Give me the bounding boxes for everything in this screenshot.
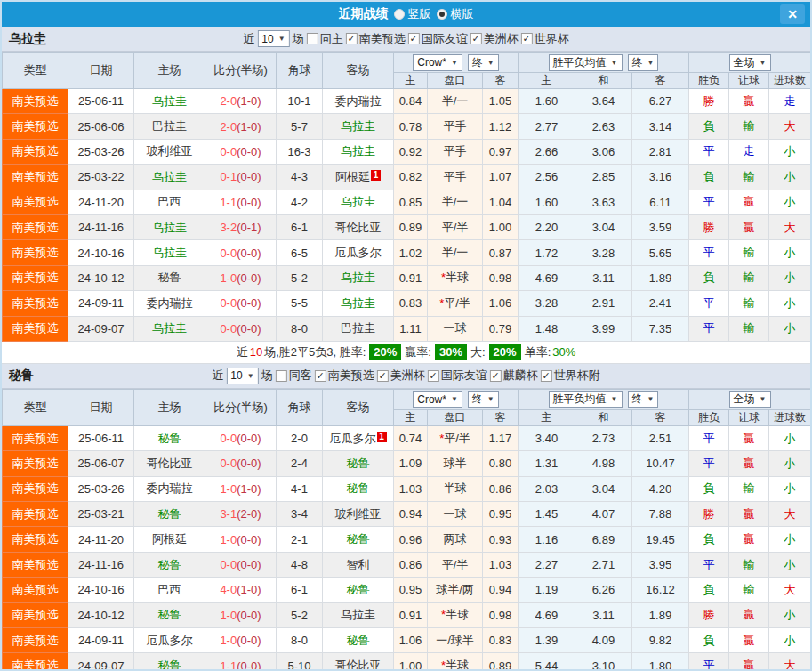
competition-checkbox-box-4[interactable]: ✓ [541,370,552,382]
fulltime-score: 0-0 [220,296,237,310]
away-team-cell: 智利 [323,552,394,577]
type-cell: 南美预选 [3,451,68,476]
section-peru: 秘鲁近10▼场同客✓南美预选✓美洲杯✓国际友谊✓麒麟杯✓世界杯附类型日期主场比分… [2,364,810,671]
recent-count-select[interactable]: 10▼ [257,30,289,47]
type-cell: 南美预选 [3,89,68,114]
fulltime-score: 2-0 [220,94,237,108]
layout-radio-horizontal[interactable]: 横版 [437,6,474,22]
section-uruguay: 乌拉圭近10▼场同主✓南美预选✓国际友谊✓美洲杯✓世界杯类型日期主场比分(半场)… [2,27,810,364]
avg-draw-cell: 3.63 [575,190,632,214]
home-team-cell: 委内瑞拉 [134,476,205,501]
sub-header-2: 客 [483,73,519,89]
away-team-cell: 乌拉圭 [323,139,394,164]
type-cell: 南美预选 [3,114,68,139]
type-cell: 南美预选 [3,139,68,164]
competition-checkbox-2[interactable]: ✓美洲杯 [470,31,519,47]
score-cell: 4-0(1-0) [205,578,277,602]
same-venue-label: 同客 [289,368,312,384]
avg-select[interactable]: 胜平负均值▼ [549,391,623,408]
competition-checkbox-3[interactable]: ✓世界杯 [521,31,569,47]
avg-away-cell: 5.65 [632,240,689,265]
close-button[interactable]: ✕ [780,4,805,24]
same-venue-checkbox[interactable]: 同客 [276,368,312,384]
layout-radio-vertical[interactable]: 竖版 [394,6,431,22]
away-odds-cell: 0.83 [483,628,519,653]
date-cell: 25-03-22 [68,165,134,190]
date-cell: 24-10-16 [68,240,134,265]
away-team-cell: 秘鲁 [323,527,394,552]
avg-draw-cell: 2.71 [575,552,632,577]
avg-away-cell: 1.89 [632,265,689,290]
competition-checkbox-box-0[interactable]: ✓ [346,33,358,44]
same-venue-checkbox-box[interactable] [307,33,318,44]
fulltime-score: 1-0 [220,482,237,496]
final-select-1[interactable]: 终▼ [468,54,499,71]
competition-checkbox-2[interactable]: ✓国际友谊 [428,368,487,384]
scope-select[interactable]: 全场▼ [729,54,771,71]
competition-checkbox-box-1[interactable]: ✓ [408,33,420,44]
avg-home-cell: 2.20 [519,214,575,239]
avg-away-cell: 2.51 [632,425,689,450]
avg-draw-cell: 3.10 [575,653,632,671]
competition-checkbox-3[interactable]: ✓麒麟杯 [490,368,538,384]
halftime-score: (2-0) [237,507,261,521]
corner-cell: 4-2 [277,190,323,214]
competition-checkbox-1[interactable]: ✓国际友谊 [408,31,468,47]
competition-checkbox-box-3[interactable]: ✓ [490,370,502,382]
competition-checkbox-box-1[interactable]: ✓ [377,370,389,382]
same-venue-checkbox-box[interactable] [276,370,287,382]
away-odds-cell: 0.86 [483,476,519,501]
competition-label: 南美预选 [328,368,374,384]
avg-draw-cell: 2.73 [575,425,632,450]
avg-away-cell: 16.12 [632,578,689,602]
same-venue-checkbox[interactable]: 同主 [307,31,343,47]
final-select-2[interactable]: 终▼ [628,391,659,408]
score-cell: 0-0(0-0) [205,139,277,164]
radio-icon[interactable] [394,9,405,20]
final-select-2[interactable]: 终▼ [628,54,659,71]
competition-checkbox-0[interactable]: ✓南美预选 [346,31,406,47]
score-cell: 0-1(0-0) [205,165,277,190]
halftime-score: (0-0) [237,432,261,445]
radio-icon-selected[interactable] [437,9,447,20]
competition-checkbox-4[interactable]: ✓世界杯附 [541,368,600,384]
scope-select[interactable]: 全场▼ [729,391,771,408]
fulltime-score: 4-0 [220,583,237,596]
avg-select[interactable]: 胜平负均值▼ [549,54,623,71]
competition-checkbox-0[interactable]: ✓南美预选 [315,368,374,384]
sub-header-6: 胜负 [689,73,729,89]
result-handicap-cell: 輸 [729,165,769,190]
competition-checkbox-box-2[interactable]: ✓ [428,370,439,382]
halftime-score: (0-0) [237,659,261,671]
competition-checkbox-1[interactable]: ✓美洲杯 [377,368,425,384]
result-handicap-cell: 贏 [729,214,769,239]
final-select-1[interactable]: 终▼ [468,391,499,408]
handicap-cell: 平手 [428,114,483,139]
sub-header-0: 主 [394,73,428,89]
competition-checkbox-box-2[interactable]: ✓ [470,33,482,44]
score-cell: 1-0(0-0) [205,628,277,653]
corner-cell: 2-4 [277,451,323,476]
recent-count-select[interactable]: 10▼ [226,368,258,384]
home-odds-cell: 0.89 [394,214,428,239]
competition-checkbox-box-0[interactable]: ✓ [315,370,326,382]
home-odds-cell: 1.02 [394,240,428,265]
sub-header-4: 和 [575,73,632,89]
same-venue-label: 同主 [320,31,343,47]
competition-checkbox-box-3[interactable]: ✓ [521,33,533,44]
corner-cell: 6-1 [277,214,323,239]
result-goals-cell: 小 [769,476,811,501]
home-team-cell: 哥伦比亚 [134,451,205,476]
result-handicap-cell: 贏 [729,527,769,552]
result-goals-cell: 小 [769,628,811,653]
home-odds-cell: 0.83 [394,291,428,316]
type-cell: 南美预选 [3,552,68,577]
chevron-down-icon: ▼ [647,59,655,67]
reverse-handicap-star: * [441,659,446,671]
home-odds-cell: 0.91 [394,265,428,290]
odds-source-select[interactable]: Crow*▼ [413,391,462,408]
sub-header-1: 盘口 [428,73,483,89]
corner-cell: 4-3 [277,165,323,190]
corner-cell: 6-5 [277,240,323,265]
odds-source-select[interactable]: Crow*▼ [413,54,462,71]
